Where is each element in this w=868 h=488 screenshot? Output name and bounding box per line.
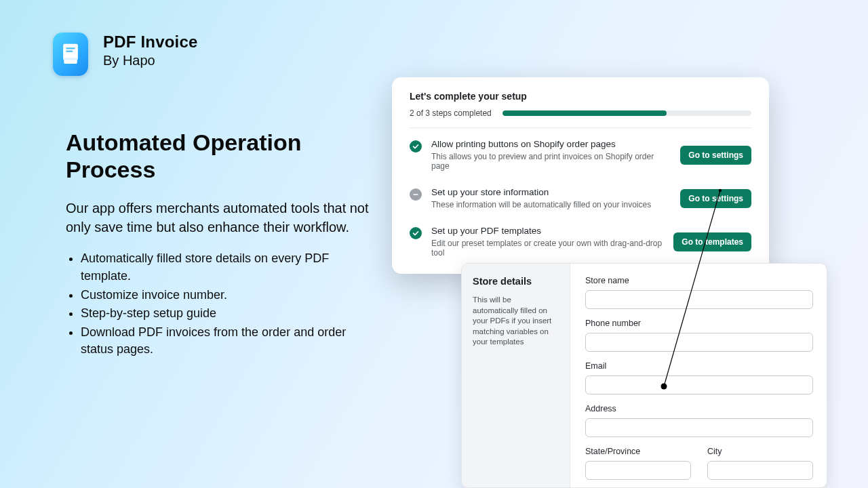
app-name: PDF Invoice [103,33,198,52]
go-to-templates-button[interactable]: Go to templates [673,232,751,251]
email-input[interactable] [585,375,813,394]
task-subtitle: This allows you to preview and print inv… [431,152,671,171]
hero-lead: Our app offers merchants automated tools… [66,199,371,237]
minus-circle-icon [410,188,422,201]
hero-title: Automated Operation Process [66,129,371,183]
setup-title: Let's complete your setup [410,91,751,102]
state-input[interactable] [585,461,691,480]
store-name-input[interactable] [585,290,813,309]
setup-progress: 2 of 3 steps completed [410,108,751,128]
app-logo-icon [53,33,88,76]
task-title: Set up your store information [431,187,671,197]
setup-task: Set up your PDF templates Edit our prese… [410,215,751,258]
hero-bullet: Download PDF invoices from the order and… [81,324,371,359]
check-circle-icon [410,140,422,152]
label-email: Email [585,361,813,371]
city-input[interactable] [707,461,813,480]
phone-input[interactable] [585,333,813,352]
progress-bar [502,110,751,116]
setup-card: Let's complete your setup 2 of 3 steps c… [392,77,769,274]
label-phone: Phone number [585,319,813,328]
check-circle-icon [410,227,422,239]
task-title: Set up your PDF templates [431,226,664,236]
svg-rect-4 [64,58,77,60]
hero-bullet-list: Automatically filled store details on ev… [66,250,371,358]
go-to-settings-button[interactable]: Go to settings [680,146,751,165]
setup-task: Set up your store information These info… [410,176,751,209]
app-vendor: By Hapo [103,53,198,68]
label-state: State/Province [585,447,691,456]
label-address: Address [585,404,813,413]
svg-rect-2 [66,51,73,52]
task-subtitle: Edit our preset templates or create your… [431,239,664,258]
task-subtitle: These information will be automatically … [431,200,671,209]
task-title: Allow printing buttons on Shopify order … [431,139,671,149]
label-store-name: Store name [585,276,813,285]
hero-bullet: Customize invoice number. [81,287,371,304]
setup-task: Allow printing buttons on Shopify order … [410,128,751,171]
setup-progress-text: 2 of 3 steps completed [410,108,492,118]
app-header: PDF Invoice By Hapo [53,33,198,76]
hero-bullet: Step-by-step setup guide [81,305,371,323]
hero-bullet: Automatically filled store details on ev… [81,250,371,285]
store-details-side: Store details This will be automatically… [462,264,570,487]
label-city: City [707,447,813,456]
address-input[interactable] [585,418,813,437]
store-details-title: Store details [473,276,559,287]
hero-copy: Automated Operation Process Our app offe… [66,129,371,360]
svg-rect-1 [66,47,75,49]
progress-fill [502,110,667,116]
store-details-form: Store name Phone number Email Address St… [570,264,827,487]
go-to-settings-button[interactable]: Go to settings [680,189,751,208]
store-details-desc: This will be automatically filled on you… [473,295,559,348]
store-details-card: Store details This will be automatically… [461,263,827,488]
